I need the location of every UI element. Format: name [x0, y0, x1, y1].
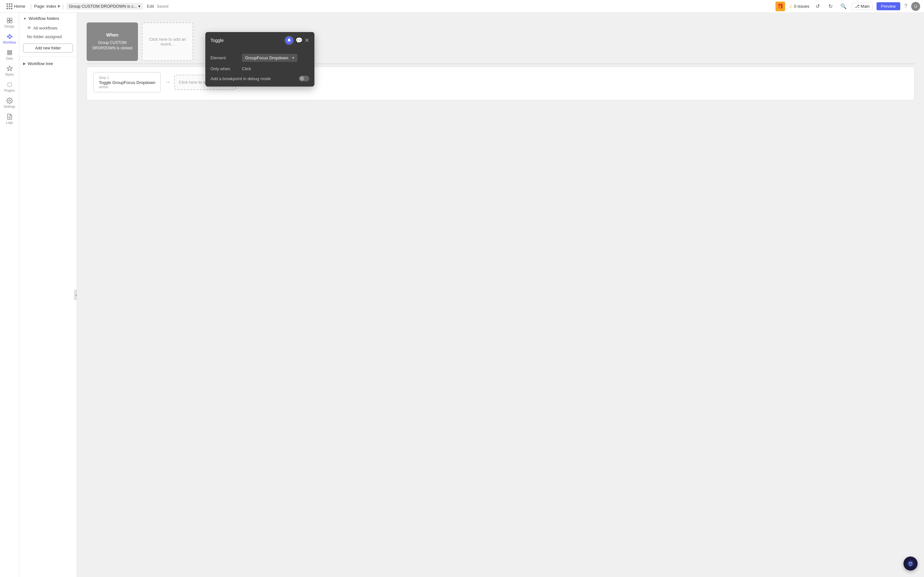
step1-name: Toggle GroupFocus Dropdown [99, 80, 155, 85]
when-desc: Group CUSTOM DROPDOWN is clicked [90, 40, 134, 51]
svg-line-8 [8, 35, 9, 37]
only-when-row: Only when Click [210, 66, 309, 71]
svg-point-7 [11, 36, 12, 37]
branch-icon: ⎇ [855, 4, 859, 9]
svg-line-9 [8, 37, 9, 37]
preview-button[interactable]: Preview [877, 2, 900, 10]
modal-comment-button[interactable]: 💬 [296, 37, 302, 44]
svg-rect-14 [7, 53, 11, 55]
saved-label: Saved [157, 4, 168, 9]
folders-header[interactable]: ▼ Workflow folders [19, 13, 77, 23]
divider2: | [63, 3, 64, 9]
add-event-label: Click here to add an event... [146, 37, 189, 47]
home-button[interactable]: Home [4, 3, 28, 9]
page-selector[interactable]: Page: index ▾ [34, 4, 60, 9]
svg-point-19 [909, 562, 910, 564]
modal-overlay: Toggle 💬 ✕ El [205, 32, 314, 87]
svg-point-18 [908, 561, 913, 566]
debug-label: Add a breakpoint in debug mode [210, 76, 271, 81]
styles-icon [6, 65, 13, 72]
element-label: Element [210, 55, 239, 60]
when-block[interactable]: When Group CUSTOM DROPDOWN is clicked [87, 23, 138, 61]
no-folder-item: No folder assigned [19, 32, 77, 41]
add-folder-button[interactable]: Add new folder [23, 44, 73, 53]
user-avatar[interactable]: U [911, 2, 920, 11]
svg-point-20 [911, 562, 912, 564]
sidebar-item-plugins[interactable]: Plugins [1, 79, 18, 94]
workflow-name-chevron: ▾ [138, 4, 141, 9]
eye-icon: 👁 [27, 25, 31, 31]
warning-icon: ⚠ [789, 4, 793, 9]
home-label: Home [14, 4, 25, 9]
page-chevron: ▾ [58, 4, 60, 9]
main-area: Design Workflow Data [0, 13, 924, 577]
plugins-icon [6, 81, 13, 88]
svg-rect-1 [10, 18, 12, 21]
logs-label: Logs [6, 121, 13, 124]
issues-indicator[interactable]: ⚠ 0 issues [789, 4, 809, 9]
redo-button[interactable]: ↻ [826, 2, 835, 11]
undo-button[interactable]: ↺ [813, 2, 822, 11]
debug-row: Add a breakpoint in debug mode [210, 76, 309, 81]
only-when-label: Only when [210, 66, 239, 71]
settings-label: Settings [3, 105, 15, 108]
gift-button[interactable]: 🎁 [775, 2, 785, 11]
modal-avatar-button[interactable] [284, 36, 294, 45]
svg-point-15 [9, 100, 10, 102]
canvas-area: When Group CUSTOM DROPDOWN is clicked Cl… [77, 13, 924, 577]
sidebar-item-workflow[interactable]: Workflow [1, 31, 18, 46]
add-event-block[interactable]: Click here to add an event... [142, 23, 193, 61]
workflow-name-badge[interactable]: Group CUSTOM DROPDOWN is c... ▾ [66, 3, 143, 10]
all-workflows-item[interactable]: 👁 All workflows [19, 23, 77, 32]
sidebar-item-styles[interactable]: Styles [1, 63, 18, 78]
toggle-modal: Toggle 💬 ✕ El [205, 32, 314, 87]
svg-rect-3 [10, 21, 12, 23]
folders-title: Workflow folders [29, 16, 59, 21]
step1-block[interactable]: Step 1 Toggle GroupFocus Dropdown delete [94, 72, 161, 92]
workflow-label: Workflow [3, 41, 16, 44]
modal-close-button[interactable]: ✕ [304, 37, 309, 43]
tree-chevron: ▶ [23, 61, 26, 66]
tree-title: Workflow tree [27, 61, 53, 66]
collapse-sidebar-button[interactable]: ◀ [74, 290, 77, 300]
folders-chevron: ▼ [23, 17, 27, 21]
debug-toggle[interactable] [299, 76, 309, 81]
plugins-label: Plugins [4, 89, 15, 92]
step1-delete[interactable]: delete [99, 85, 155, 89]
all-workflows-label: All workflows [33, 26, 57, 31]
svg-point-5 [9, 34, 10, 35]
sidebar-item-settings[interactable]: Settings [1, 95, 18, 110]
when-label: When [106, 32, 118, 37]
element-row: Element GroupFocus Dropdown [210, 54, 309, 62]
logs-icon [6, 113, 13, 120]
step-arrow: → [165, 79, 170, 85]
topbar-right: 🎁 ⚠ 0 issues ↺ ↻ 🔍 ⎇ Main Preview ? U [775, 2, 920, 11]
page-label: Page: index [34, 4, 57, 9]
svg-point-6 [9, 37, 10, 39]
help-bubble[interactable] [903, 556, 918, 571]
svg-rect-2 [7, 21, 9, 23]
svg-rect-0 [7, 18, 9, 21]
divider: | [31, 3, 32, 9]
help-button[interactable]: ? [904, 3, 907, 10]
modal-header-actions: 💬 ✕ [284, 36, 309, 45]
svg-rect-12 [7, 50, 11, 51]
svg-line-11 [10, 37, 11, 38]
svg-rect-13 [7, 52, 11, 53]
tree-header[interactable]: ▶ Workflow tree [19, 58, 77, 69]
sidebar-icons: Design Workflow Data [0, 13, 19, 577]
element-select[interactable]: GroupFocus Dropdown [242, 54, 297, 62]
bell-icon [287, 38, 291, 43]
data-label: Data [6, 57, 13, 60]
search-button[interactable]: 🔍 [839, 2, 848, 11]
sidebar-item-design[interactable]: Design [1, 15, 18, 30]
svg-point-4 [7, 36, 8, 37]
data-icon [6, 49, 13, 56]
sidebar-item-data[interactable]: Data [1, 47, 18, 62]
left-panel: ▼ Workflow folders 👁 All workflows No fo… [19, 13, 77, 577]
workflow-icon [6, 33, 13, 40]
sidebar-item-logs[interactable]: Logs [1, 111, 18, 126]
step1-label: Step 1 [99, 76, 155, 79]
branch-selector[interactable]: ⎇ Main [852, 3, 873, 10]
design-icon [6, 17, 13, 24]
